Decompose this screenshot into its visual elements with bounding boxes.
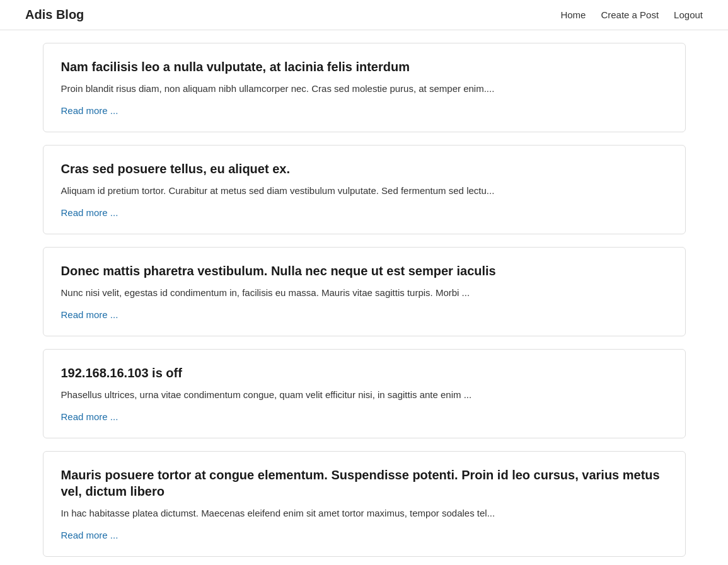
post-card: 192.168.16.103 is offPhasellus ultrices,… (43, 349, 686, 438)
read-more-link[interactable]: Read more ... (61, 530, 118, 540)
read-more-link[interactable]: Read more ... (61, 411, 118, 422)
post-title: Nam facilisis leo a nulla vulputate, at … (61, 59, 667, 75)
read-more-link[interactable]: Read more ... (61, 105, 118, 116)
nav-home[interactable]: Home (560, 9, 586, 20)
post-card: Donec mattis pharetra vestibulum. Nulla … (43, 247, 686, 336)
post-title: Donec mattis pharetra vestibulum. Nulla … (61, 263, 667, 279)
read-more-link[interactable]: Read more ... (61, 309, 118, 320)
post-title: Mauris posuere tortor at congue elementu… (61, 467, 667, 499)
site-header: Adis Blog Home Create a Post Logout (0, 0, 728, 30)
main-nav: Home Create a Post Logout (560, 9, 703, 20)
post-excerpt: Nunc nisi velit, egestas id condimentum … (61, 285, 667, 300)
post-excerpt: Proin blandit risus diam, non aliquam ni… (61, 81, 667, 96)
post-card: Mauris posuere tortor at congue elementu… (43, 451, 686, 557)
main-content: Nam facilisis leo a nulla vulputate, at … (18, 30, 711, 565)
post-card: Cras sed posuere tellus, eu aliquet ex.A… (43, 145, 686, 234)
post-excerpt: In hac habitasse platea dictumst. Maecen… (61, 506, 667, 521)
post-title: Cras sed posuere tellus, eu aliquet ex. (61, 161, 667, 177)
posts-list: Nam facilisis leo a nulla vulputate, at … (43, 43, 686, 557)
post-title: 192.168.16.103 is off (61, 365, 667, 381)
read-more-link[interactable]: Read more ... (61, 207, 118, 218)
nav-logout[interactable]: Logout (674, 9, 703, 20)
nav-create-post[interactable]: Create a Post (601, 9, 659, 20)
post-excerpt: Phasellus ultrices, urna vitae condiment… (61, 387, 667, 402)
post-card: Nam facilisis leo a nulla vulputate, at … (43, 43, 686, 132)
site-title: Adis Blog (25, 8, 84, 22)
post-excerpt: Aliquam id pretium tortor. Curabitur at … (61, 183, 667, 198)
